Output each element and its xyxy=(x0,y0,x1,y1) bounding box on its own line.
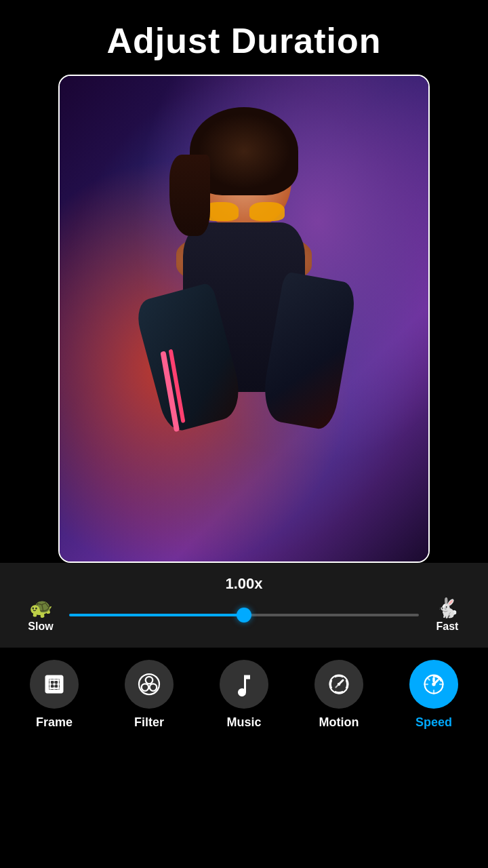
speed-slider-thumb[interactable] xyxy=(237,608,251,623)
speed-icon xyxy=(422,672,446,696)
frame-icon xyxy=(42,672,66,696)
motion-label: Motion xyxy=(319,715,359,730)
nav-item-motion[interactable]: Motion xyxy=(291,660,386,730)
filter-icon-circle xyxy=(125,660,174,709)
speed-panel: 1.00x 🐢 Slow 🐇 Fast xyxy=(0,563,488,648)
svg-point-8 xyxy=(432,682,435,686)
photo-preview xyxy=(58,75,430,563)
music-icon xyxy=(232,672,256,696)
turtle-icon: 🐢 xyxy=(20,597,61,619)
music-icon-circle xyxy=(220,660,268,709)
svg-point-2 xyxy=(146,677,153,684)
speed-label: Speed xyxy=(415,715,452,730)
speed-icon-circle xyxy=(409,660,458,709)
frame-label: Frame xyxy=(36,715,73,730)
speed-slider-track xyxy=(69,614,419,616)
photo-background xyxy=(60,76,428,561)
rabbit-icon: 🐇 xyxy=(427,597,468,619)
fast-label: 🐇 Fast xyxy=(427,597,468,633)
nav-item-music[interactable]: Music xyxy=(197,660,291,730)
filter-icon xyxy=(137,672,161,696)
speed-row: 🐢 Slow 🐇 Fast xyxy=(20,597,468,633)
speed-slider-container[interactable] xyxy=(69,608,419,622)
hair xyxy=(190,107,298,195)
page-title: Adjust Duration xyxy=(94,0,395,75)
person-figure xyxy=(136,100,352,561)
bottom-navigation: Frame Filter Music xyxy=(0,648,488,743)
nav-item-frame[interactable]: Frame xyxy=(7,660,102,730)
music-label: Music xyxy=(226,715,261,730)
motion-icon-circle xyxy=(314,660,363,709)
frame-icon-circle xyxy=(30,660,79,709)
nav-item-filter[interactable]: Filter xyxy=(102,660,197,730)
speed-value: 1.00x xyxy=(20,575,468,593)
slow-label: 🐢 Slow xyxy=(20,597,61,633)
svg-point-6 xyxy=(338,683,341,686)
motion-icon xyxy=(327,672,351,696)
filter-label: Filter xyxy=(134,715,164,730)
nav-item-speed[interactable]: Speed xyxy=(386,660,481,730)
svg-point-3 xyxy=(142,684,149,691)
svg-point-4 xyxy=(150,684,157,691)
